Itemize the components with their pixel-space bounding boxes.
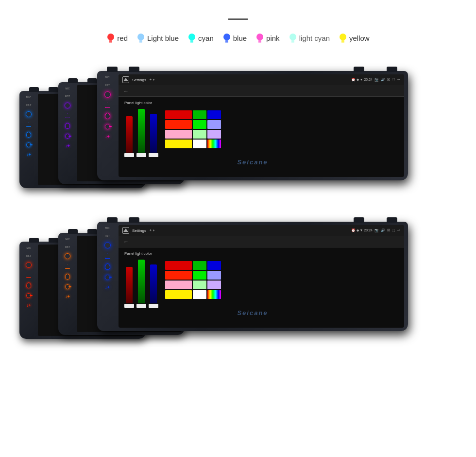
svg-point-3 [137, 34, 144, 40]
light-blue-label: Light blue [136, 33, 179, 43]
color-labels: redLight bluecyanbluepinklight cyanyello… [0, 33, 476, 43]
cyan-label: cyan [187, 33, 214, 43]
svg-point-0 [107, 34, 114, 40]
pink-label: pink [255, 33, 280, 43]
cyan-label-text: cyan [198, 34, 214, 42]
top-showcase-section: MIC RST ↓+ MIC [5, 52, 471, 193]
svg-point-12 [256, 34, 263, 40]
bottom-showcase-section: MIC RST ↓+ MIC RST [5, 203, 471, 344]
unit-bot-3: MIC RST ↓+ Settings [97, 222, 408, 331]
yellow-label-text: yellow [349, 34, 370, 42]
page-header [0, 0, 476, 33]
light-cyan-label: light cyan [289, 33, 330, 43]
red-label: red [106, 33, 128, 43]
light-blue-label-text: Light blue [147, 34, 179, 42]
unit-top-3: MIC RST ↓+ Se [97, 71, 408, 180]
svg-rect-16 [291, 40, 294, 42]
svg-rect-13 [258, 40, 261, 42]
svg-point-18 [340, 34, 346, 40]
yellow-label: yellow [339, 33, 370, 43]
pink-label-text: pink [266, 34, 280, 42]
title-divider [228, 18, 248, 20]
svg-rect-10 [225, 40, 228, 42]
blue-label: blue [222, 33, 247, 43]
svg-rect-1 [109, 40, 112, 42]
svg-rect-19 [341, 40, 344, 42]
svg-rect-4 [139, 40, 142, 42]
svg-rect-7 [190, 40, 193, 42]
svg-point-9 [223, 34, 230, 40]
light-cyan-label-text: light cyan [299, 34, 330, 42]
svg-point-15 [289, 34, 296, 40]
red-label-text: red [117, 34, 128, 42]
blue-label-text: blue [233, 34, 247, 42]
svg-point-6 [188, 34, 195, 40]
